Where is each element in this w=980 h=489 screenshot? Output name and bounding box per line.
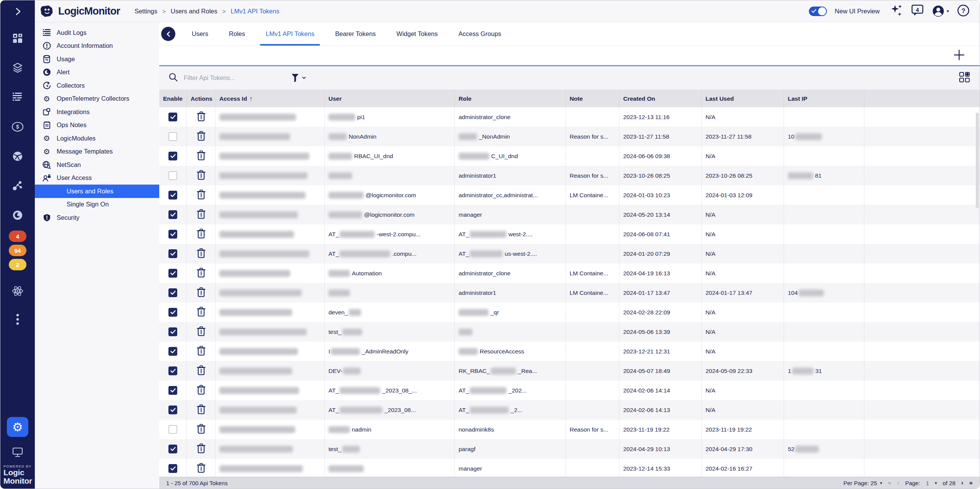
delete-token-button[interactable] — [197, 463, 206, 474]
sidebar-item-opentelemetry-collectors[interactable]: ⚙OpenTelemetry Collectors — [35, 92, 159, 106]
filter-funnel-button[interactable] — [291, 73, 306, 83]
column-header-access-id[interactable]: Access Id↑ — [216, 90, 325, 107]
last-page-button[interactable]: » — [969, 479, 973, 487]
tab-roles[interactable]: Roles — [219, 22, 255, 46]
sidebar-item-integrations[interactable]: Integrations — [35, 105, 159, 119]
filter-tokens-input[interactable] — [184, 74, 268, 82]
tab-access-groups[interactable]: Access Groups — [448, 22, 511, 46]
enable-checkbox[interactable] — [168, 210, 177, 219]
column-header-last-ip[interactable]: Last IP — [784, 90, 864, 107]
help-icon[interactable]: ? — [957, 4, 970, 18]
sidebar-item-security[interactable]: Security — [35, 211, 159, 224]
aiops-atom-icon[interactable] — [11, 285, 24, 297]
current-page-input[interactable]: 1 — [926, 480, 929, 486]
enable-checkbox[interactable] — [168, 132, 177, 141]
delete-token-button[interactable] — [197, 209, 206, 221]
delete-token-button[interactable] — [197, 229, 206, 240]
column-header-note[interactable]: Note — [566, 90, 619, 107]
column-settings-button[interactable] — [959, 72, 970, 85]
tab-widget-tokens[interactable]: Widget Tokens — [386, 22, 448, 46]
enable-checkbox[interactable] — [168, 171, 177, 180]
delete-token-button[interactable] — [197, 326, 206, 338]
enable-checkbox[interactable] — [168, 288, 177, 297]
websites-icon[interactable] — [11, 150, 24, 162]
delete-token-button[interactable] — [197, 346, 206, 357]
tab-users[interactable]: Users — [181, 22, 219, 46]
delete-token-button[interactable] — [197, 248, 206, 260]
delete-token-button[interactable] — [197, 170, 206, 182]
delete-token-button[interactable] — [197, 404, 206, 416]
enable-checkbox[interactable] — [168, 347, 177, 356]
cost-icon[interactable]: $ — [11, 121, 24, 133]
sidebar-item-collectors[interactable]: Collectors — [35, 79, 159, 92]
add-token-button[interactable] — [953, 49, 965, 62]
delete-token-button[interactable] — [197, 443, 206, 455]
tab-bearer-tokens[interactable]: Bearer Tokens — [325, 22, 386, 46]
enable-checkbox[interactable] — [168, 406, 177, 414]
alert-badge-4[interactable]: 4 — [9, 231, 26, 242]
back-button[interactable] — [161, 27, 175, 41]
new-ui-preview-toggle[interactable] — [809, 7, 827, 16]
remote-session-icon[interactable] — [11, 446, 24, 458]
enable-checkbox[interactable] — [168, 269, 177, 278]
enable-checkbox[interactable] — [168, 327, 177, 336]
breadcrumb-lmv1-api-tokens[interactable]: LMv1 API Tokens — [231, 8, 279, 15]
column-header-role[interactable]: Role — [455, 90, 566, 107]
delete-token-button[interactable] — [197, 150, 206, 162]
first-page-button[interactable]: « — [888, 479, 891, 487]
breadcrumb-users-and-roles[interactable]: Users and Roles — [171, 8, 217, 15]
sidebar-item-audit-logs[interactable]: Audit Logs — [35, 26, 159, 39]
alert-badge-94[interactable]: 94 — [9, 245, 26, 256]
enable-checkbox[interactable] — [168, 249, 177, 258]
vertical-scrollbar[interactable] — [976, 90, 979, 476]
page-select-caret-icon[interactable]: ▾ — [935, 481, 937, 486]
sidebar-item-user-access[interactable]: User Access — [35, 172, 159, 185]
sidebar-item-alert[interactable]: Alert — [35, 66, 159, 79]
next-page-button[interactable]: › — [961, 479, 964, 487]
column-header-user[interactable]: User — [325, 90, 455, 107]
sidebar-item-usage[interactable]: %Usage — [35, 52, 159, 66]
delete-token-button[interactable] — [197, 190, 206, 201]
sidebar-item-logicmodules[interactable]: ⚙LogicModules — [35, 132, 159, 145]
delete-token-button[interactable] — [197, 131, 206, 142]
delete-token-button[interactable] — [197, 424, 206, 435]
delete-token-button[interactable] — [197, 307, 206, 318]
expand-rail-button[interactable] — [0, 0, 35, 22]
enable-checkbox[interactable] — [168, 113, 177, 121]
sidebar-item-message-templates[interactable]: ⚙Message Templates — [35, 145, 159, 159]
column-header-enable[interactable]: Enable — [159, 90, 187, 107]
sidebar-item-account-information[interactable]: Account Information — [35, 39, 159, 53]
breadcrumb-settings[interactable]: Settings — [134, 8, 157, 15]
enable-checkbox[interactable] — [168, 425, 177, 434]
mapping-icon[interactable] — [11, 180, 24, 192]
delete-token-button[interactable] — [197, 365, 206, 377]
delete-token-button[interactable] — [197, 268, 206, 279]
resources-icon[interactable] — [11, 62, 24, 74]
column-header-actions[interactable]: Actions — [187, 90, 216, 107]
sidebar-item-ops-notes[interactable]: Ops Notes — [35, 119, 159, 132]
prev-page-button[interactable]: ‹ — [897, 479, 900, 487]
enable-checkbox[interactable] — [168, 366, 177, 375]
tab-lmv1-api-tokens[interactable]: LMv1 API Tokens — [255, 22, 325, 46]
sidebar-item-single-sign-on[interactable]: Single Sign On — [35, 198, 159, 211]
sidebar-item-netscan[interactable]: NetScan — [35, 158, 159, 172]
alerts-icon[interactable] — [11, 209, 24, 221]
enable-checkbox[interactable] — [168, 191, 177, 200]
enable-checkbox[interactable] — [168, 386, 177, 395]
more-menu-icon[interactable] — [11, 313, 24, 325]
sparkles-icon[interactable] — [890, 4, 903, 18]
logs-icon[interactable] — [11, 91, 24, 103]
enable-checkbox[interactable] — [168, 445, 177, 453]
column-header-created-on[interactable]: Created On — [619, 90, 702, 107]
chat-icon[interactable]: 4 — [911, 4, 924, 18]
avatar[interactable]: ▾ — [932, 5, 949, 18]
sidebar-item-users-and-roles[interactable]: Users and Roles — [35, 185, 159, 198]
enable-checkbox[interactable] — [168, 464, 177, 473]
enable-checkbox[interactable] — [168, 230, 177, 239]
enable-checkbox[interactable] — [168, 152, 177, 160]
delete-token-button[interactable] — [197, 385, 206, 396]
per-page-select[interactable]: Per Page: 25▾ — [843, 480, 882, 486]
column-header-last-used[interactable]: Last Used — [702, 90, 784, 107]
delete-token-button[interactable] — [197, 287, 206, 299]
enable-checkbox[interactable] — [168, 308, 177, 317]
